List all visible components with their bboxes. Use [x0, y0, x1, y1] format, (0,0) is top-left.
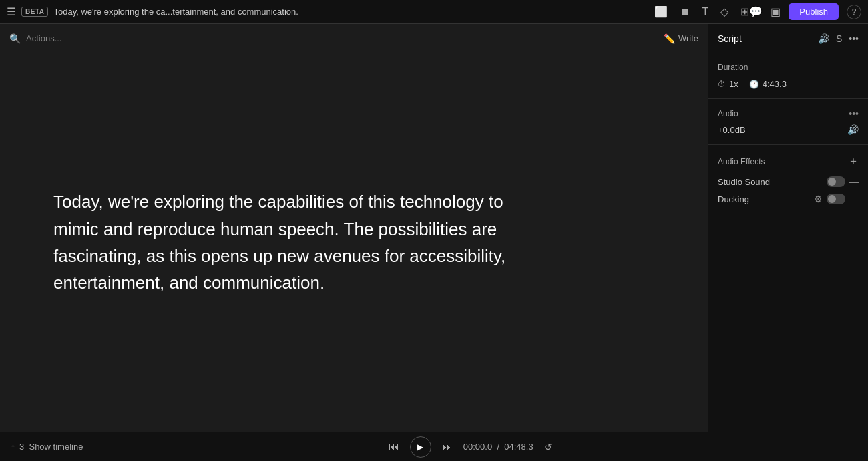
ducking-label: Ducking: [718, 194, 810, 204]
playback-controls: ⏮ ▶ ⏭ 00:00.0 / 04:48.3 ↺: [389, 436, 552, 458]
speed-item: ⏱ 1x: [718, 79, 738, 89]
ducking-settings-icon[interactable]: ⚙: [814, 194, 823, 204]
studio-sound-label: Studio Sound: [718, 177, 823, 187]
timeline-icon: ↑: [11, 442, 15, 452]
ducking-remove-icon[interactable]: —: [849, 194, 859, 204]
show-timeline-label: 3 Show timeline: [19, 442, 83, 452]
studio-sound-remove-icon[interactable]: —: [849, 176, 859, 187]
duration-section: Duration ⏱ 1x 🕐 4:43.3: [708, 53, 868, 99]
effects-section: Audio Effects ＋ Studio Sound — Ducking ⚙…: [708, 145, 868, 220]
right-header-icons: 🔊 S •••: [818, 33, 859, 44]
bottom-bar: ↑ 3 Show timeline ⏮ ▶ ⏭ 00:00.0 / 04:48.…: [0, 432, 868, 461]
search-icon[interactable]: 🔍: [9, 33, 21, 44]
record-icon[interactable]: ⏺: [680, 6, 690, 18]
audio-db-value: +0.0dB: [718, 125, 847, 135]
top-bar-center: ⬜ ⏺ T ◇ ⊞: [654, 5, 750, 18]
beta-badge: BETA: [21, 7, 48, 17]
studio-sound-toggle[interactable]: [827, 176, 845, 187]
write-icon: ✏️: [664, 33, 675, 44]
duration-title: Duration: [718, 63, 859, 72]
audio-value-row: +0.0dB 🔊: [718, 124, 859, 135]
effects-header: Audio Effects ＋: [718, 154, 859, 168]
audio-section: Audio ••• +0.0dB 🔊: [708, 99, 868, 145]
media-icon[interactable]: ◇: [720, 5, 728, 18]
write-button[interactable]: ✏️ Write: [664, 33, 698, 44]
audio-header: Audio •••: [718, 108, 859, 119]
play-button[interactable]: ▶: [410, 436, 431, 458]
speed-value[interactable]: 1x: [729, 79, 738, 89]
top-bar-left: ☰ BETA Today, we're exploring the ca...t…: [7, 5, 654, 18]
audio-more-icon[interactable]: •••: [849, 108, 859, 119]
audio-icon[interactable]: 🔊: [818, 33, 829, 44]
audio-volume-icon[interactable]: 🔊: [847, 124, 859, 135]
add-effect-icon[interactable]: ＋: [848, 154, 859, 168]
skip-back-button[interactable]: ⏮: [389, 441, 399, 453]
help-icon[interactable]: ?: [847, 5, 861, 19]
studio-sound-row: Studio Sound —: [718, 176, 859, 187]
ducking-row: Ducking ⚙ —: [718, 194, 859, 204]
skip-forward-button[interactable]: ⏭: [442, 441, 453, 453]
more-options-icon[interactable]: •••: [849, 33, 859, 44]
top-bar-right: 💬 ▣ Publish ?: [749, 3, 861, 20]
text-icon[interactable]: T: [702, 6, 709, 18]
duration-row: ⏱ 1x 🕐 4:43.3: [718, 79, 859, 89]
grid-icon[interactable]: ⊞: [740, 5, 749, 18]
script-label: Script: [718, 33, 811, 44]
canvas-text: Today, we're exploring the capabilities …: [53, 188, 521, 296]
top-bar: ☰ BETA Today, we're exploring the ca...t…: [0, 0, 868, 24]
publish-button[interactable]: Publish: [789, 3, 839, 20]
time-item: 🕐 4:43.3: [749, 79, 787, 89]
right-panel: Script 🔊 S ••• Duration ⏱ 1x 🕐 4:43.3: [708, 24, 868, 432]
main-area: 🔍 Actions... ✏️ Write Today, we're explo…: [0, 24, 868, 432]
save-icon[interactable]: ⬜: [654, 5, 668, 18]
right-panel-header: Script 🔊 S •••: [708, 24, 868, 53]
replay-button[interactable]: ↺: [544, 442, 552, 452]
menu-icon[interactable]: ☰: [7, 5, 16, 18]
s-label[interactable]: S: [836, 33, 842, 44]
left-panel: 🔍 Actions... ✏️ Write Today, we're explo…: [0, 24, 708, 432]
effects-title: Audio Effects: [718, 157, 848, 166]
show-timeline-button[interactable]: ↑ 3 Show timeline: [11, 442, 83, 452]
layout-icon[interactable]: ▣: [771, 5, 781, 18]
document-title: Today, we're exploring the ca...tertainm…: [53, 7, 298, 17]
time-display: 00:00.0 / 04:48.3: [463, 442, 533, 452]
comment-icon[interactable]: 💬: [749, 5, 763, 18]
left-toolbar: 🔍 Actions... ✏️ Write: [0, 24, 708, 53]
ducking-toggle[interactable]: [827, 194, 845, 204]
clock-icon: 🕐: [749, 80, 759, 89]
time-value: 4:43.3: [763, 79, 787, 89]
speed-icon: ⏱: [718, 80, 726, 89]
actions-label[interactable]: Actions...: [26, 33, 61, 43]
audio-title: Audio: [718, 109, 849, 118]
canvas-area: Today, we're exploring the capabilities …: [0, 53, 708, 432]
